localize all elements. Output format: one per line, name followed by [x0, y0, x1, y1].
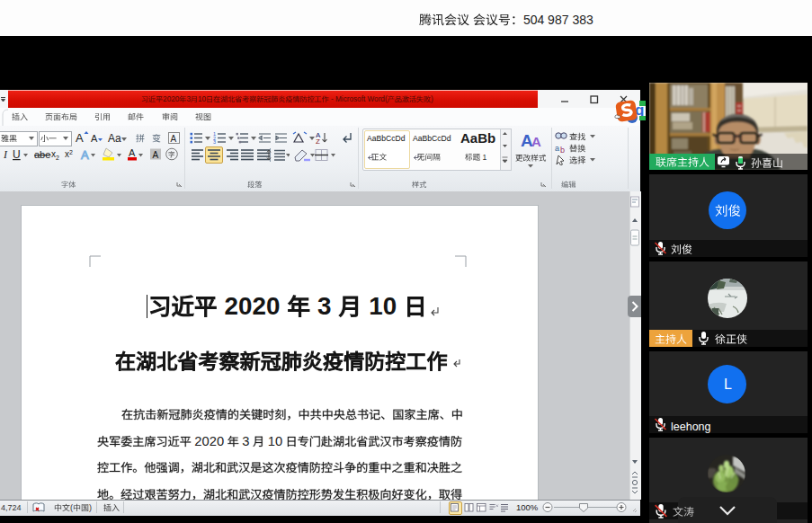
svg-text:AaBbCcDd: AaBbCcDd — [413, 134, 451, 143]
svg-text:504: 504 — [523, 13, 545, 27]
svg-text:Z: Z — [316, 137, 320, 145]
svg-text:383: 383 — [572, 13, 593, 27]
svg-text:2020: 2020 — [194, 434, 224, 448]
svg-text:A: A — [76, 131, 84, 145]
svg-text:3: 3 — [186, 96, 191, 104]
svg-text:1: 1 — [483, 153, 487, 162]
svg-text:10: 10 — [198, 96, 207, 104]
svg-text:A: A — [531, 134, 541, 149]
svg-text:AaBbCcDd: AaBbCcDd — [367, 134, 406, 143]
svg-text:I: I — [3, 148, 8, 161]
svg-text:A: A — [171, 134, 177, 144]
svg-text:10: 10 — [369, 292, 397, 320]
svg-text:2: 2 — [56, 155, 59, 161]
svg-text:100%: 100% — [516, 502, 539, 512]
svg-text:2020: 2020 — [225, 292, 281, 320]
svg-text:4,724: 4,724 — [1, 503, 22, 512]
svg-text:-: - — [331, 96, 334, 104]
svg-text:10: 10 — [268, 434, 282, 448]
svg-text:(: ( — [70, 503, 73, 512]
svg-text:U: U — [13, 148, 21, 161]
svg-text:leehong: leehong — [671, 421, 711, 433]
svg-text:A: A — [129, 147, 136, 158]
svg-text:2020: 2020 — [163, 96, 180, 104]
svg-text:Microsoft: Microsoft — [335, 96, 366, 104]
svg-text:b: b — [560, 146, 565, 154]
svg-text:A: A — [91, 133, 98, 144]
svg-text:): ) — [431, 96, 433, 104]
svg-text:3: 3 — [242, 434, 249, 448]
svg-text:): ) — [89, 503, 92, 512]
svg-text:A: A — [153, 150, 159, 160]
svg-text:a: a — [555, 144, 559, 153]
svg-text:AaBb: AaBb — [460, 131, 495, 146]
svg-text:abe: abe — [34, 149, 50, 160]
svg-text:2: 2 — [69, 149, 73, 155]
svg-text:987: 987 — [548, 13, 569, 27]
svg-text:3: 3 — [213, 139, 216, 145]
svg-text:Word(: Word( — [367, 96, 387, 104]
svg-text:3: 3 — [317, 292, 331, 320]
svg-text:A: A — [81, 148, 89, 162]
svg-text:Aa: Aa — [108, 132, 121, 145]
svg-text:L: L — [724, 377, 732, 393]
